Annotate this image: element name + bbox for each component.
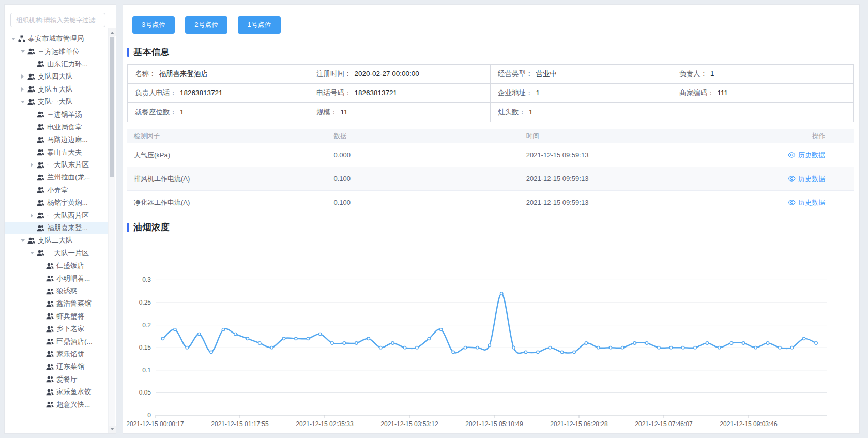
chevron-down-icon[interactable] [10,36,17,42]
org-search-input[interactable] [10,13,105,27]
tree-item-16[interactable]: 福朋喜来登... [5,222,108,234]
tree-item-10[interactable]: 泰山五大夫 [5,146,108,159]
data-point-marker [754,346,757,349]
user-group-icon [27,73,35,80]
user-group-icon [46,326,54,333]
history-data-link[interactable]: 历史数据 [788,150,825,160]
user-group-icon [37,187,44,193]
tree-item-21[interactable]: 狼诱惑 [5,285,108,297]
chevron-right-icon[interactable] [19,87,26,92]
history-data-link[interactable]: 历史数据 [788,198,825,207]
data-point-marker [682,346,684,349]
data-point-marker [512,346,515,349]
eye-icon [788,176,796,182]
tree-item-4[interactable]: 支队四大队 [5,70,108,83]
data-point-marker [282,337,285,340]
tree-item-20[interactable]: 小明唱着... [5,272,108,284]
info-cell: 负责人电话：18263813721 [128,84,309,103]
history-data-label: 历史数据 [798,174,825,184]
point-button-3[interactable]: 1号点位 [238,16,280,34]
info-cell-value: 营业中 [536,70,557,78]
tree-item-23[interactable]: 虾兵蟹将 [5,310,108,323]
user-group-icon [46,351,54,357]
tree-item-13[interactable]: 小弄堂 [5,184,108,197]
x-axis-tick-label: 2021-12-15 05:10:49 [465,420,523,428]
tree-item-28[interactable]: 爱餐厅 [5,373,108,386]
tree-item-label: 小弄堂 [47,186,68,195]
user-group-icon [37,250,44,256]
tree-item-7[interactable]: 三进锅羊汤 [5,108,108,120]
tree-item-30[interactable]: 超意兴快... [5,398,108,411]
chevron-down-icon[interactable] [19,237,26,244]
data-point-marker [706,342,708,344]
data-point-marker [633,342,636,344]
chevron-right-icon[interactable] [19,74,26,79]
factor-time: 2021-12-15 09:59:13 [520,175,745,183]
factor-actions: 历史数据 [744,174,854,184]
scrollbar-up-icon[interactable] [109,28,116,36]
data-point-marker [186,346,188,349]
factor-column-header: 时间 [520,132,745,141]
x-axis-tick-label: 2021-12-15 07:46:07 [635,420,693,428]
tree-item-3[interactable]: 山东汇力环... [5,58,108,70]
tree-item-22[interactable]: 鑫浩鲁菜馆 [5,297,108,310]
info-row: 负责人电话：18263813721电话号码：18263813721企业地址：1商… [128,84,854,103]
chevron-right-icon[interactable] [28,163,36,167]
y-axis-tick-label: 0.25 [139,299,151,306]
data-point-marker [621,346,624,349]
factor-row: 净化器工作电流(A)0.1002021-12-15 09:59:13历史数据 [127,191,854,208]
tree-item-1[interactable]: 泰安市城市管理局 [5,33,108,45]
scrollbar-down-icon[interactable] [109,426,116,433]
user-group-icon [27,237,35,244]
data-point-marker [270,346,273,349]
user-group-icon [37,174,44,181]
concentration-chart: 00.050.10.150.20.250.32021-12-15 00:00:1… [127,239,858,434]
data-point-marker [161,337,164,340]
info-cell-value: 2020-02-27 00:00:00 [355,70,419,78]
tree-item-27[interactable]: 辽东菜馆 [5,360,108,373]
tree-item-19[interactable]: 仁盛饭店 [5,260,108,272]
tree-item-18[interactable]: 二大队一片区 [5,247,108,260]
chevron-right-icon[interactable] [28,214,36,218]
tree-item-12[interactable]: 兰州拉面(龙... [5,171,108,184]
tree-item-label: 泰山五大夫 [47,148,82,157]
data-point-marker [790,346,793,349]
info-cell-label: 名称： [135,70,156,78]
tree-item-5[interactable]: 支队五大队 [5,83,108,96]
user-group-icon [37,111,44,118]
tree-item-label: 狼诱惑 [56,286,78,296]
tree-item-11[interactable]: 一大队东片区 [5,159,108,171]
x-axis-tick-label: 2021-12-15 00:00:17 [127,420,184,428]
scrollbar-thumb[interactable] [110,37,114,177]
concentration-title: 油烟浓度 [133,221,170,233]
tree-item-label: 家乐鱼水饺 [56,387,92,397]
tree-item-25[interactable]: 巨鼎酒店(... [5,335,108,348]
basic-info-header: 基本信息 [127,46,859,58]
x-axis-tick-label: 2021-12-15 03:53:12 [380,420,438,428]
tree-item-15[interactable]: 一大队西片区 [5,209,108,221]
data-point-marker [476,346,479,349]
data-point-marker [500,292,503,295]
info-cell-label: 注册时间： [316,70,352,78]
chevron-down-icon[interactable] [19,99,26,105]
tree-item-26[interactable]: 家乐馅饼 [5,348,108,360]
tree-scrollbar[interactable] [108,28,115,433]
tree-item-29[interactable]: 家乐鱼水饺 [5,386,108,398]
tree-item-label: 辽东菜馆 [56,362,84,371]
data-point-marker [258,342,261,344]
tree-item-6[interactable]: 支队一大队 [5,96,108,108]
tree-item-17[interactable]: 支队二大队 [5,234,108,247]
tree-item-2[interactable]: 三方运维单位 [5,45,108,57]
tree-item-14[interactable]: 杨铭宇黄焖... [5,197,108,209]
history-data-link[interactable]: 历史数据 [788,174,825,184]
tree-item-9[interactable]: 马路边边麻... [5,133,108,146]
tree-item-24[interactable]: 乡下老家 [5,323,108,335]
info-cell: 规模：11 [309,103,491,122]
point-button-2[interactable]: 2号点位 [185,16,227,34]
chevron-down-icon[interactable] [28,250,36,256]
factor-value: 0.000 [327,151,519,159]
data-point-marker [658,346,660,349]
chevron-down-icon[interactable] [19,48,26,55]
point-button-1[interactable]: 3号点位 [132,16,175,34]
tree-item-8[interactable]: 电业局食堂 [5,121,108,133]
